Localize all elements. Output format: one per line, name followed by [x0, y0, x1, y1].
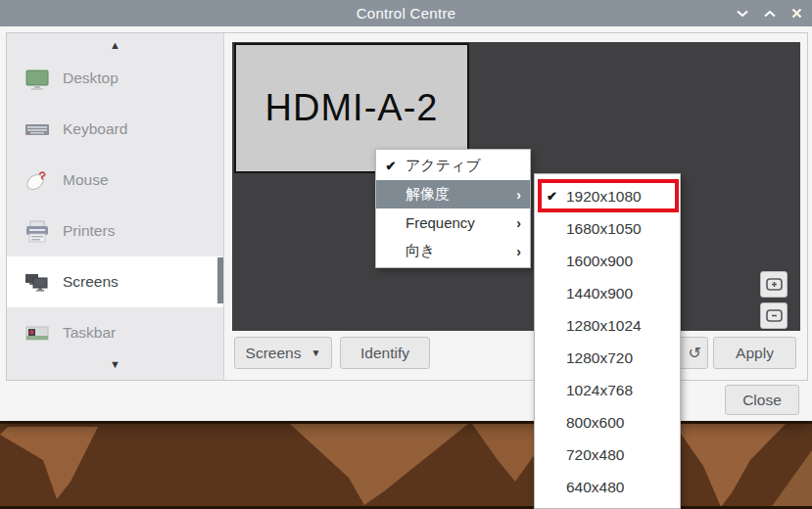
screens-dropdown-label: Screens: [246, 345, 302, 362]
sidebar-scroll-up[interactable]: ▲: [7, 35, 223, 55]
sidebar-item-taskbar[interactable]: Taskbar: [7, 307, 223, 358]
sidebar-item-printers[interactable]: Printers: [7, 206, 223, 256]
sidebar-item-label: Keyboard: [63, 120, 127, 138]
close-label: Close: [742, 392, 782, 409]
sidebar-item-label: Screens: [63, 273, 119, 291]
submenu-arrow-icon: ›: [516, 244, 521, 259]
zoom-in-icon: [766, 278, 783, 291]
mouse-icon: [24, 166, 51, 194]
resolution-option-800x600[interactable]: 800x600: [535, 406, 680, 439]
scroll-down-icon: ▼: [110, 358, 120, 370]
sidebar-item-label: Desktop: [63, 69, 119, 87]
menu-item-active[interactable]: ✔ アクティブ: [376, 152, 530, 180]
apply-label: Apply: [736, 345, 774, 362]
apply-button[interactable]: Apply: [713, 337, 796, 369]
printers-icon: [24, 217, 51, 245]
zoom-out-icon: [766, 309, 783, 322]
check-icon: ✔: [376, 159, 406, 173]
zoom-in-button[interactable]: [760, 271, 788, 298]
menu-item-resolution[interactable]: 解像度 ›: [376, 180, 530, 208]
sidebar-item-label: Printers: [63, 222, 115, 240]
sidebar-scroll-down[interactable]: ▼: [7, 354, 223, 374]
sidebar-item-keyboard[interactable]: Keyboard: [7, 104, 223, 155]
resolution-option-1680x1050[interactable]: 1680x1050: [535, 212, 680, 245]
zoom-out-button[interactable]: [760, 302, 788, 329]
desktop-wallpaper: [0, 421, 812, 509]
window-title: Control Centre: [357, 5, 456, 22]
taskbar-icon: [24, 319, 51, 347]
resolution-option-1024x768[interactable]: 1024x768: [535, 374, 680, 406]
resolution-option-1280x720[interactable]: 1280x720: [535, 342, 680, 374]
resolution-option-640x480[interactable]: 640x480: [535, 471, 680, 503]
screens-dropdown-button[interactable]: Screens ▼: [234, 337, 332, 369]
resolution-option-720x480[interactable]: 720x480: [535, 439, 680, 471]
sidebar: ▲ Desktop Keyboard: [7, 33, 224, 380]
screens-icon: [24, 268, 51, 296]
check-icon: ✔: [547, 189, 566, 204]
scroll-up-icon: ▲: [110, 39, 120, 51]
resolution-option-1280x1024[interactable]: 1280x1024: [535, 309, 680, 342]
keyboard-icon: [24, 116, 51, 143]
sidebar-item-mouse[interactable]: Mouse: [7, 155, 223, 206]
close-icon[interactable]: [791, 8, 802, 19]
titlebar[interactable]: Control Centre: [0, 0, 812, 26]
sidebar-scrollbar-thumb[interactable]: [217, 257, 223, 303]
submenu-arrow-icon: ›: [516, 187, 521, 203]
minimize-icon[interactable]: [737, 10, 748, 18]
monitor-label: HDMI-A-2: [265, 87, 439, 129]
resolution-option-1440x900[interactable]: 1440x900: [535, 277, 680, 309]
menu-item-orientation[interactable]: 向き ›: [376, 237, 530, 265]
desktop: Control Centre ▲ Desktop: [0, 0, 812, 509]
desktop-icon: [24, 65, 51, 92]
identify-button[interactable]: Identify: [340, 337, 430, 369]
submenu-arrow-icon: ›: [516, 215, 521, 231]
monitor-context-menu: ✔ アクティブ 解像度 › Frequency › 向き ›: [375, 149, 531, 268]
maximize-icon[interactable]: [764, 10, 776, 18]
sidebar-item-label: Taskbar: [63, 324, 116, 342]
sidebar-item-label: Mouse: [63, 171, 109, 189]
menu-item-frequency[interactable]: Frequency ›: [376, 208, 530, 237]
undo-icon: ↺: [689, 344, 701, 362]
sidebar-item-desktop[interactable]: Desktop: [7, 53, 223, 104]
identify-label: Identify: [360, 345, 409, 362]
resolution-option-1920x1080[interactable]: ✔ 1920x1080: [535, 180, 680, 212]
close-button[interactable]: Close: [725, 385, 799, 415]
resolution-option-1600x900[interactable]: 1600x900: [535, 245, 680, 277]
sidebar-item-screens[interactable]: Screens: [7, 256, 223, 307]
chevron-down-icon: ▼: [310, 347, 320, 358]
resolution-submenu: ✔ 1920x1080 1680x1050 1600x900 1440x900 …: [534, 173, 681, 509]
